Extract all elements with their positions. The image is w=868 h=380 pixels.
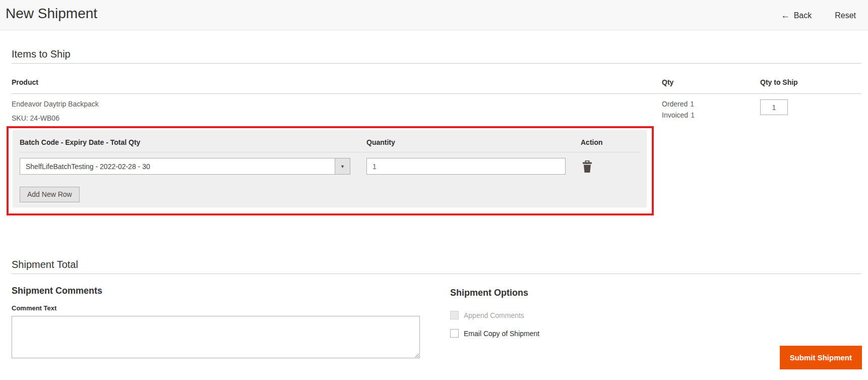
back-button-label: Back xyxy=(794,11,812,20)
batch-code-column-header: Batch Code - Expiry Date - Total Qty xyxy=(20,139,366,146)
product-name: Endeavor Daytrip Backpack xyxy=(12,100,662,108)
batch-row: ShelfLifeBatchTesting - 2022-02-28 - 30 … xyxy=(20,152,647,175)
add-new-row-button[interactable]: Add New Row xyxy=(20,187,80,202)
product-cell: Endeavor Daytrip Backpack SKU: 24-WB06 xyxy=(12,100,662,122)
back-button[interactable]: ← Back xyxy=(781,11,812,20)
batch-highlight-box: Batch Code - Expiry Date - Total Qty Qua… xyxy=(7,126,654,215)
ordered-value: 1 xyxy=(690,100,694,108)
items-table-header: Product Qty Qty to Ship xyxy=(12,64,861,94)
batch-quantity-column-header: Quantity xyxy=(366,139,581,146)
invoiced-qty-line: Invoiced1 xyxy=(662,112,760,119)
shipment-bottom-area: Shipment Comments Comment Text Shipment … xyxy=(12,286,861,360)
qty-to-ship-input[interactable] xyxy=(760,99,788,115)
batch-quantity-input[interactable] xyxy=(366,158,566,175)
comment-textarea[interactable] xyxy=(12,316,420,358)
batch-select-cell: ShelfLifeBatchTesting - 2022-02-28 - 30 … xyxy=(20,158,366,175)
shipment-total-title: Shipment Total xyxy=(12,258,861,274)
append-comments-row: Append Comments xyxy=(450,311,539,319)
shipment-comments-title: Shipment Comments xyxy=(12,286,420,296)
append-comments-label: Append Comments xyxy=(464,311,524,319)
reset-button-label: Reset xyxy=(835,11,856,20)
chevron-down-icon[interactable]: ▼ xyxy=(335,158,350,174)
append-comments-checkbox xyxy=(450,311,459,319)
email-copy-row: Email Copy of Shipment xyxy=(450,329,539,338)
qty-column-header: Qty xyxy=(662,79,760,86)
delete-row-button[interactable] xyxy=(582,160,592,174)
product-sku: SKU: 24-WB06 xyxy=(12,115,662,122)
items-to-ship-title: Items to Ship xyxy=(12,47,861,64)
product-column-header: Product xyxy=(12,79,662,86)
new-shipment-page: New Shipment ← Back Reset Items to Ship … xyxy=(0,0,868,380)
shipment-comments-block: Shipment Comments Comment Text xyxy=(12,286,420,360)
batch-select-value: ShelfLifeBatchTesting - 2022-02-28 - 30 xyxy=(20,162,150,171)
qty-to-ship-cell xyxy=(760,100,861,122)
batch-quantity-cell xyxy=(366,158,581,175)
item-row: Endeavor Daytrip Backpack SKU: 24-WB06 O… xyxy=(12,94,861,122)
batch-panel: Batch Code - Expiry Date - Total Qty Qua… xyxy=(13,130,647,207)
reset-button[interactable]: Reset xyxy=(835,11,856,20)
qty-cell: Ordered1 Invoiced1 xyxy=(662,100,760,122)
trash-icon xyxy=(582,160,592,173)
page-content: Items to Ship Product Qty Qty to Ship En… xyxy=(0,47,868,360)
page-title: New Shipment xyxy=(6,6,97,22)
email-copy-label: Email Copy of Shipment xyxy=(464,330,539,338)
page-actions: ← Back Reset xyxy=(781,7,856,20)
batch-action-cell xyxy=(581,158,647,175)
comment-text-label: Comment Text xyxy=(12,304,420,312)
email-copy-checkbox[interactable] xyxy=(450,329,459,338)
batch-action-column-header: Action xyxy=(581,139,640,146)
ordered-label: Ordered xyxy=(662,100,688,108)
invoiced-label: Invoiced xyxy=(662,111,688,119)
submit-shipment-button[interactable]: Submit Shipment xyxy=(780,346,862,369)
shipment-options-title: Shipment Options xyxy=(450,288,539,298)
batch-table-header: Batch Code - Expiry Date - Total Qty Qua… xyxy=(20,130,640,152)
batch-select[interactable]: ShelfLifeBatchTesting - 2022-02-28 - 30 … xyxy=(20,158,350,175)
invoiced-value: 1 xyxy=(691,111,695,119)
qty-to-ship-column-header: Qty to Ship xyxy=(760,79,861,86)
ordered-qty-line: Ordered1 xyxy=(662,100,760,108)
shipment-options-block: Shipment Options Append Comments Email C… xyxy=(450,286,539,360)
back-arrow-icon: ← xyxy=(781,11,790,20)
page-header: New Shipment ← Back Reset xyxy=(0,0,868,30)
